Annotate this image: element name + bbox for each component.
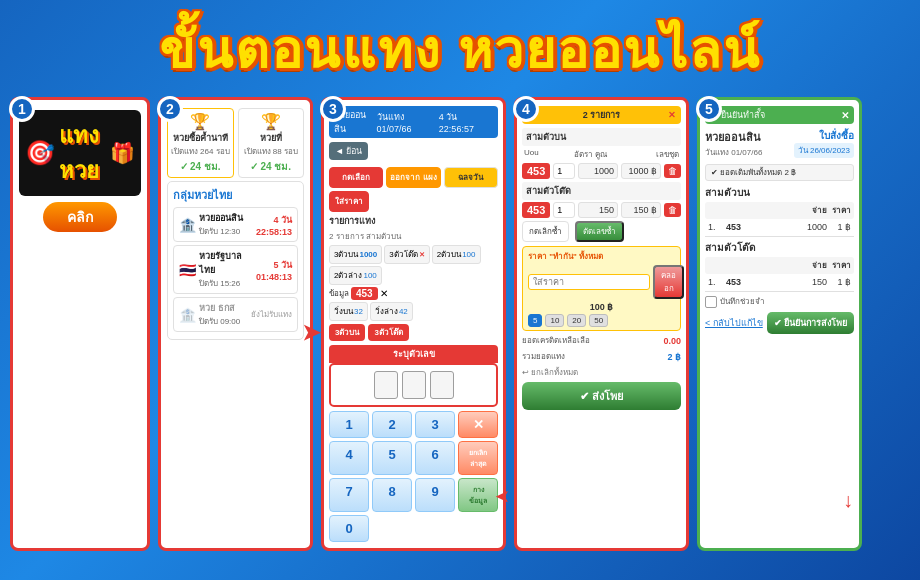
bill-row-1: 1. 453 1000 1 ฿ [705,221,854,233]
step4-section2: สามตัวโต๊ด [522,182,681,200]
bet-run-bot: วิ่งล่าง 42 [370,302,413,321]
step-2-box: 2 🏆 หวยซื้อค้ำนาที เปิดแทง 264 รอบ ✓24 ช… [158,97,313,551]
num-btn-4[interactable]: 4 [329,441,369,475]
chip-20[interactable]: 20 [567,314,586,327]
step-4-box: 4 ✎ 2 รายการ ✕ สามตัวบน Uou อัตรา คูณ เล… [514,97,689,551]
confirm-btn[interactable]: ✔ ยืนยันการส่งโพย [767,312,854,334]
del-btn-2[interactable]: 🗑 [664,203,681,217]
bill-row-2: 1. 453 150 1 ฿ [705,276,854,288]
bet-3top: 3ตัวบน 1000 [329,245,382,264]
dice-icon: 🎯 [25,139,55,167]
step-3-number: 3 [320,96,346,122]
bill-col-header: จ่าย ราคา [705,202,854,219]
huay-card-2-count: เปิดแทง 88 รอบ [241,145,302,158]
bill-title-row: หวยออนสิน วันแทง 01/07/66 ใบสั่งซื้อ วัน… [705,128,854,160]
step4-row-2: 453 1 150 150 ฿ 🗑 [522,202,681,218]
huay-card-1-count: เปิดแทง 264 รอบ [170,145,231,158]
huay-card-2-title: หวยที่ [241,131,302,145]
remember-checkbox[interactable] [705,296,717,308]
num-btn-6[interactable]: 6 [415,441,455,475]
send-btn[interactable]: ✔ ส่งโพย [522,382,681,410]
bet-items-grid: 3ตัวบน 1000 3ตัวโต๊ด ✕ 2ตัวบน 100 2ตัวล่… [329,245,498,321]
step-1-label: แทงหวย [59,118,104,188]
num-btn-9[interactable]: 9 [415,478,455,512]
price-input-row: คลออก [528,265,675,299]
price-chips-row: 5 10 20 50 [528,314,675,327]
bottom-buttons: < กลับไปแก้ไข ✔ ยืนยันการส่งโพย [705,312,854,334]
bet-2top: 2ตัวบน 100 [432,245,481,264]
bet-3bot-chip: 3ตัวโต๊ด ✕ [384,245,429,264]
step-3-header: หวยออนสิน วันแทง 01/07/66 4 วัน 22:56:57 [329,106,498,138]
bill-section-2: สามตัวโต๊ด [705,240,854,255]
step4-section1: สามตัวบน [522,128,681,146]
step-5-number: 5 [696,96,722,122]
bet-num-display: ข้อมูล 453 ✕ [329,287,498,300]
total-credit-row: ยอดเครดิตเหลือเลือ 0.00 [522,334,681,347]
tab-day[interactable]: ฉลจวัน [444,167,498,188]
edit-btn[interactable]: ตัดเลขซ้ำ [575,221,624,242]
chip-50[interactable]: 50 [589,314,608,327]
num-btn-7[interactable]: 7 [329,478,369,512]
top-huay-cards: 🏆 หวยซื้อค้ำนาที เปิดแทง 264 รอบ ✓24 ชม.… [167,108,304,178]
num-btn-1[interactable]: 1 [329,411,369,438]
bet-list-label: รายการแทง [329,214,498,228]
step-1-number: 1 [9,96,35,122]
huay-item-3: 🏦 หวย ธกส ปิดรับ 09:00 ยังไม่รับแทง [173,297,298,332]
num-btn-clear[interactable]: ยกเลิก ล่าสุด [458,441,498,475]
divider-2 [705,291,854,292]
step-5-close-btn[interactable]: ✕ [841,110,849,121]
step-5-box: 5 ✔ ยืนยันทำสั็จ ✕ หวยออนสิน วันแทง 01/0… [697,97,862,551]
cancel-price-btn[interactable]: คลออก [653,265,684,299]
bill-badge: ✔ ยอดเดิมพันทั้งหมด 2 ฿ [705,164,854,181]
rate-label[interactable]: ใส่ราคา [329,191,369,212]
num-btn-2[interactable]: 2 [372,411,412,438]
step-2-number: 2 [157,96,183,122]
num-btn-8[interactable]: 8 [372,478,412,512]
num-btn-submit[interactable]: กางข้อมูล [458,478,498,512]
step4-row-1: 453 1 1000 1000 ฿ 🗑 [522,163,681,179]
arrow-down: ↓ [843,489,853,512]
huay-item-2[interactable]: 🇹🇭 หวยรัฐบาลไทย ปิดรับ 15:26 5 วัน 01:48… [173,245,298,294]
step-1-banner: 🎯 แทงหวย 🎁 [19,110,141,196]
step-1-click-button[interactable]: คลิก [43,202,117,232]
group-title: กลุ่มหวยไทย [173,186,298,204]
step-5-header: ✔ ยืนยันทำสั็จ ✕ [705,106,854,124]
step-4-number: 4 [513,96,539,122]
num-slot-3 [430,371,454,399]
divider-1 [705,236,854,237]
add-more-btn[interactable]: กดเลิกซ้ำ [522,221,569,242]
huay-card-2: 🏆 หวยที่ เปิดแทง 88 รอบ ✓24 ชม. [238,108,305,178]
thai-lottery-group: กลุ่มหวยไทย 🏦 หวยออนสิน ปิดรับ 12:30 4 ว… [167,181,304,340]
num-btn-0[interactable]: 0 [329,515,369,542]
huay-card-2-time: ✓24 ชม. [241,159,302,174]
step-4-close-btn[interactable]: ✕ [668,110,676,120]
bet-run-top: วิ่งบน 32 [329,302,368,321]
cancel-all-btn[interactable]: ↩ ยกเลิกทั้งหมด [522,366,681,379]
arrow-to-numpad: ➤ [302,320,320,346]
tab-select[interactable]: กดเลือก [329,167,383,188]
price-input[interactable] [528,274,650,290]
huay-card-1-title: หวยซื้อค้ำนาที [170,131,231,145]
back-link[interactable]: < กลับไปแก้ไข [705,316,763,330]
step-4-header: ✎ 2 รายการ ✕ [522,106,681,124]
checkbox-row: บันทึกช่วยจำ [705,295,854,308]
num-btn-3[interactable]: 3 [415,411,455,438]
price-box: ราคา "ทำกัน" ทั้งหมด คลออก 100 ฿ 5 10 20… [522,246,681,331]
chip-5[interactable]: 5 [528,314,542,327]
bet-2bot: 2ตัวล่าง 100 [329,266,382,285]
page-title-section: ขั้นตอนแทง หวยออนไลน์ [0,0,920,97]
bill-col-header-2: จ่าย ราคา [705,257,854,274]
huay-item-1[interactable]: 🏦 หวยออนสิน ปิดรับ 12:30 4 วัน 22:58:13 [173,207,298,242]
step-3-back-btn[interactable]: ◄ ย้อน [329,142,368,160]
bet-info: 2 รายการ สามตัวบน [329,230,498,243]
chip-10[interactable]: 10 [545,314,564,327]
del-btn-1[interactable]: 🗑 [664,164,681,178]
num-btn-del[interactable]: ✕ [458,411,498,438]
tab-board[interactable]: ออกจาก แผง [386,167,440,188]
selected-chips: 3ตัวบน 3ตัวโต๊ด [329,324,498,341]
num-btn-5[interactable]: 5 [372,441,412,475]
huay-card-1-time: ✓24 ชม. [170,159,231,174]
steps-container: 1 🎯 แทงหวย 🎁 คลิก 2 🏆 หวยซื้อค้ำนาที เปิ… [0,97,920,551]
action-row: กดเลิกซ้ำ ตัดเลขซ้ำ [522,221,681,242]
total-bet-row: รวมยอดแทง 2 ฿ [522,350,681,363]
